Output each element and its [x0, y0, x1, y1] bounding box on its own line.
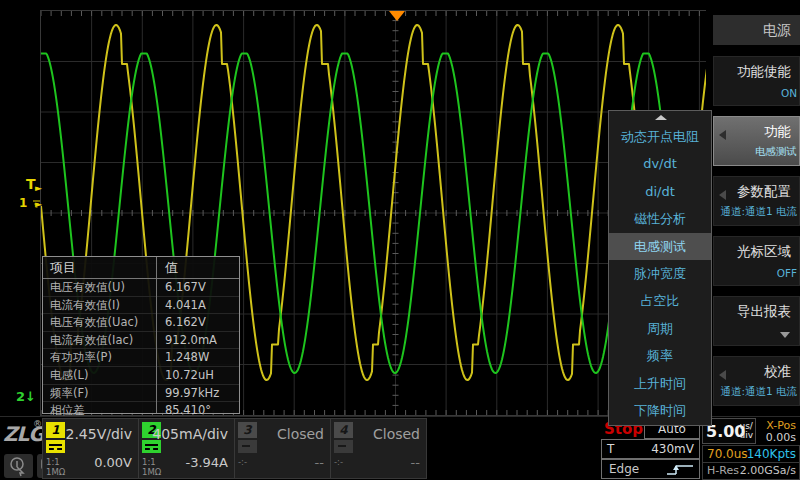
channel-number-badge: 4 — [334, 422, 353, 438]
sidebar-button-label: 校准 — [764, 363, 791, 381]
menu-item-4[interactable]: 磁性分析 — [609, 205, 711, 232]
menu-scroll-up[interactable] — [609, 111, 711, 123]
channel-4-block[interactable]: 4-:-Closed-- — [330, 418, 427, 479]
trigger-position-marker-icon[interactable] — [389, 11, 405, 21]
xpos-readout[interactable]: X-Pos 0.00s — [758, 418, 798, 444]
sample-rate: 2.00GSa/s — [740, 464, 796, 477]
trigger-type-row[interactable]: Edge — [601, 459, 700, 479]
row-item: 电压有效值(Uac) — [50, 314, 152, 331]
chevron-left-icon — [719, 130, 726, 140]
channel-3-block[interactable]: 3-:-Closed-- — [234, 418, 331, 479]
sidebar-button-1[interactable]: 功能使能ON — [713, 56, 800, 106]
sidebar-button-value: ON — [713, 87, 797, 99]
sidebar-button-label: 功能 — [764, 123, 791, 141]
hres-label: H-Res — [707, 464, 739, 477]
sidebar-button-value: 通道:通道1 电流 — [713, 385, 797, 399]
menu-item-2[interactable]: dv/dt — [609, 150, 711, 177]
table-row: 电压有效值(Uac)6.162V — [43, 313, 239, 331]
probe-ratio: 1:1 1MΩ — [46, 457, 65, 477]
chevron-left-icon — [719, 190, 726, 200]
menu-item-9[interactable]: 频率 — [609, 342, 711, 369]
timebase-units: us/ div — [739, 422, 753, 440]
sidebar-button-value: 电感测试 — [713, 145, 797, 159]
memory-points: 140Kpts — [747, 447, 796, 461]
row-value: 6.167V — [165, 279, 206, 296]
touch-pointer-icon[interactable] — [4, 454, 33, 478]
channel1-zero-marker[interactable]: 1 ► — [19, 196, 41, 210]
sidebar-button-label: 光标区域 — [737, 243, 791, 261]
row-value: 912.0mA — [165, 332, 217, 349]
row-value: 4.041A — [165, 297, 206, 314]
capture-window-row: 70.0us 140Kpts — [702, 445, 800, 463]
menu-items: 动态开点电阻dv/dtdi/dt磁性分析电感测试脉冲宽度占空比周期频率上升时间下… — [609, 123, 711, 424]
channel-scale: 405mA/div — [152, 426, 228, 442]
menu-item-10[interactable]: 上升时间 — [609, 370, 711, 397]
oscilloscope-screen: T ► 1 ► 2↓ 项目 值 电压有效值(U)6.167V电流有效值(I)4.… — [0, 0, 800, 480]
menu-item-5[interactable]: 电感测试 — [609, 233, 711, 260]
trigger-level-row[interactable]: T 430mV — [601, 439, 700, 459]
sidebar-button-6[interactable]: 校准通道:通道1 电流 — [713, 356, 800, 406]
menu-item-6[interactable]: 脉冲宽度 — [609, 260, 711, 287]
row-item: 电流有效值(Iac) — [50, 332, 152, 349]
trigger-type-label: Edge — [609, 462, 639, 476]
menu-item-7[interactable]: 占空比 — [609, 287, 711, 314]
trigger-level-marker[interactable]: T ► — [26, 176, 36, 192]
table-row: 有功功率(P)1.248W — [43, 348, 239, 366]
channel2-offscreen-arrow-icon: ↓ — [25, 389, 36, 404]
menu-item-1[interactable]: 动态开点电阻 — [609, 123, 711, 150]
coupling-icon — [238, 440, 257, 453]
table-row: 电流有效值(I)4.041A — [43, 296, 239, 314]
row-value: 6.162V — [165, 314, 206, 331]
resolution-row: H-Res 2.00GSa/s — [702, 462, 800, 480]
trigger-source-label: T — [607, 442, 614, 456]
menu-item-8[interactable]: 周期 — [609, 315, 711, 342]
table-row: 电流有效值(Iac)912.0mA — [43, 331, 239, 349]
channel-scale: 2.45V/div — [65, 426, 132, 442]
channel-1-block[interactable]: 11:1 1MΩ2.45V/div0.00V — [42, 418, 139, 479]
sidebar-title: 电源 — [713, 15, 800, 45]
probe-ratio: -:- — [238, 457, 247, 467]
xpos-value: 0.00s — [766, 431, 796, 444]
chevron-down-icon — [780, 332, 790, 338]
channel-number-badge: 1 — [46, 422, 65, 438]
timebase-block: 5.00 us/ div X-Pos 0.00s 70.0us 140Kpts … — [700, 418, 800, 479]
sidebar-button-label: 导出报表 — [737, 303, 791, 321]
coupling-icon — [46, 440, 65, 453]
sidebar-button-4[interactable]: 光标区域OFF — [713, 236, 800, 286]
trigger-status-block: Stop Auto T 430mV Edge — [600, 418, 700, 479]
channel-2-block[interactable]: 21:1 1MΩ405mA/div-3.94A — [138, 418, 235, 479]
function-dropdown-menu: 动态开点电阻dv/dtdi/dt磁性分析电感测试脉冲宽度占空比周期频率上升时间下… — [608, 110, 712, 426]
channel2-marker-label: 2 — [16, 389, 25, 404]
row-value: 99.97kHz — [165, 385, 219, 402]
menu-item-3[interactable]: di/dt — [609, 178, 711, 205]
trigger-level-arrow-icon: ► — [35, 183, 42, 193]
rising-edge-icon — [665, 462, 695, 477]
menu-item-11[interactable]: 下降时间 — [609, 397, 711, 424]
channel-offset: -3.94A — [185, 455, 228, 470]
measurement-table-header: 项目 值 — [43, 257, 239, 279]
table-row: 电压有效值(U)6.167V — [43, 279, 239, 296]
scroll-up-icon — [655, 115, 667, 120]
channel-scale: Closed — [373, 426, 420, 442]
probe-ratio: -:- — [334, 457, 343, 467]
channel-scale: Closed — [277, 426, 324, 442]
row-item: 电流有效值(I) — [50, 297, 152, 314]
sidebar-button-label: 功能使能 — [737, 63, 791, 81]
table-row: 电感(L)10.72uH — [43, 366, 239, 384]
sidebar-button-3[interactable]: 参数配置通道:通道1 电流 — [713, 176, 800, 226]
row-value: 1.248W — [165, 349, 209, 366]
header-value: 值 — [165, 257, 178, 278]
channel2-zero-marker[interactable]: 2↓ — [16, 389, 36, 404]
channel-offset: 0.00V — [94, 455, 132, 470]
header-item: 项目 — [50, 257, 76, 278]
sidebar-button-2[interactable]: 功能电感测试 — [713, 116, 800, 166]
row-item: 电压有效值(U) — [50, 279, 152, 296]
chevron-left-icon — [719, 370, 726, 380]
table-column-divider — [156, 257, 157, 413]
row-item: 电感(L) — [50, 367, 152, 384]
trigger-level-value: 430mV — [651, 442, 694, 456]
sidebar-button-label: 参数配置 — [737, 183, 791, 201]
row-value: 10.72uH — [165, 367, 214, 384]
sidebar-button-5[interactable]: 导出报表 — [713, 296, 800, 346]
channel-offset: -- — [411, 455, 420, 470]
